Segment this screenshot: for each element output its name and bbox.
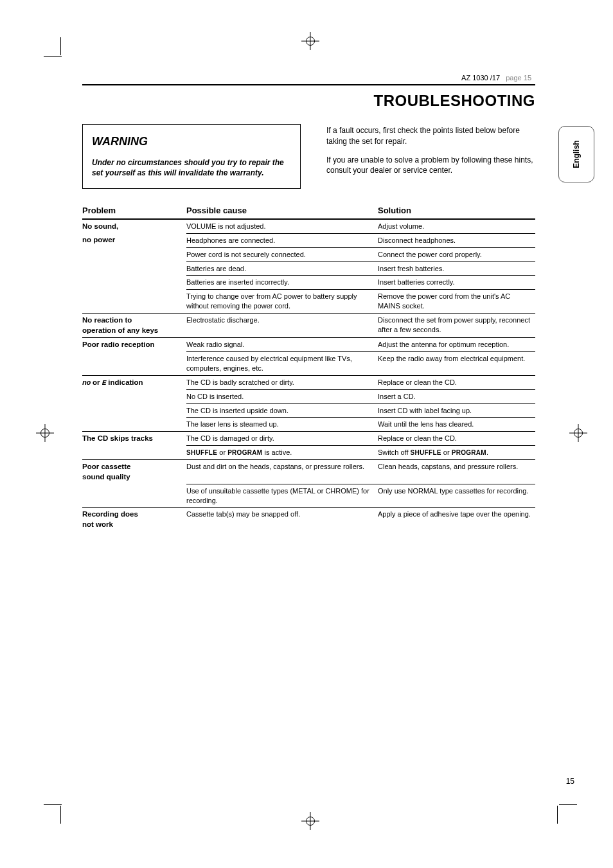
solution-text: Insert batteries correctly. <box>378 276 535 290</box>
problem-label: Poor cassette sound quality <box>82 460 186 484</box>
page-number: 15 <box>566 777 574 786</box>
th-cause: Possible cause <box>186 203 378 219</box>
solution-text: Adjust the antenna for optimum reception… <box>378 338 535 352</box>
problem-label: No sound, <box>82 219 186 234</box>
registration-mark <box>36 424 54 442</box>
problem-label: Recording does not work <box>82 508 186 532</box>
cause-text: Batteries are dead. <box>186 261 378 276</box>
cause-text: Dust and dirt on the heads, capstans, or… <box>186 460 378 484</box>
problem-label: The CD skips tracks <box>82 432 186 446</box>
problem-label: Poor radio reception <box>82 338 186 352</box>
crop-mark <box>60 37 61 55</box>
troubleshooting-table: Problem Possible cause Solution No sound… <box>82 203 535 531</box>
solution-text: Wait until the lens has cleared. <box>378 418 535 432</box>
solution-text: Replace or clean the CD. <box>378 375 535 389</box>
cause-text: SHUFFLE or PROGRAM is active. <box>186 446 378 460</box>
cause-text: Electrostatic discharge. <box>186 314 378 338</box>
solution-text: Only use NORMAL type cassettes for recor… <box>378 484 535 508</box>
th-problem: Problem <box>82 203 186 219</box>
solution-text: Disconnect the set from power supply, re… <box>378 314 535 338</box>
model-name: AZ 1030 /17 <box>461 74 500 82</box>
header-meta: page 15 <box>506 74 531 82</box>
cause-text: VOLUME is not adjusted. <box>186 219 378 234</box>
solution-text: Insert fresh batteries. <box>378 261 535 276</box>
crop-mark <box>60 806 61 824</box>
running-header: AZ 1030 /17 page 15 <box>82 74 535 82</box>
cause-text: Interference caused by electrical equipm… <box>186 352 378 376</box>
crop-mark <box>557 806 558 824</box>
cause-text: Trying to change over from AC power to b… <box>186 290 378 314</box>
cause-text: Batteries are inserted incorrectly. <box>186 276 378 290</box>
cause-text: Use of unsuitable cassette types (METAL … <box>186 484 378 508</box>
cause-text: The laser lens is steamed up. <box>186 418 378 432</box>
intro-p2: If you are unable to solve a problem by … <box>326 155 535 177</box>
solution-text: Apply a piece of adhesive tape over the … <box>378 508 535 532</box>
cause-text: Power cord is not securely connected. <box>186 247 378 261</box>
language-tab: English <box>558 126 594 182</box>
warning-intro-row: WARNING Under no circumstances should yo… <box>82 124 535 189</box>
cause-text: The CD is damaged or dirty. <box>186 432 378 446</box>
intro-column: If a fault occurs, first check the point… <box>326 124 535 189</box>
cause-text: Headphones are connected. <box>186 233 378 247</box>
registration-mark <box>301 32 319 50</box>
cause-text: Weak radio signal. <box>186 338 378 352</box>
language-tab-text: English <box>572 140 581 168</box>
page-content: AZ 1030 /17 page 15 TROUBLESHOOTING WARN… <box>82 74 535 531</box>
solution-text: Replace or clean the CD. <box>378 432 535 446</box>
warning-box: WARNING Under no circumstances should yo… <box>82 124 301 189</box>
warning-title: WARNING <box>92 135 292 148</box>
crop-mark <box>44 804 62 805</box>
problem-label: No reaction to operation of any keys <box>82 314 186 338</box>
solution-text: Clean heads, capstans, and pressure roll… <box>378 460 535 484</box>
solution-text: Keep the radio away from electrical equi… <box>378 352 535 376</box>
registration-mark <box>569 424 587 442</box>
cause-text: The CD is inserted upside down. <box>186 403 378 418</box>
warning-subtext: Under no circumstances should you try to… <box>92 157 292 178</box>
crop-mark <box>559 804 577 805</box>
cause-text: The CD is badly scratched or dirty. <box>186 375 378 389</box>
header-rule <box>82 84 535 85</box>
problem-label: no or E indication <box>82 375 186 389</box>
cause-text: Cassette tab(s) may be snapped off. <box>186 508 378 532</box>
section-title: TROUBLESHOOTING <box>82 92 535 110</box>
solution-text: Switch off SHUFFLE or PROGRAM. <box>378 446 535 460</box>
solution-text: Adjust volume. <box>378 219 535 234</box>
th-solution: Solution <box>378 203 535 219</box>
solution-text: Disconnect headphones. <box>378 233 535 247</box>
problem-label: no power <box>82 233 186 247</box>
solution-text: Connect the power cord properly. <box>378 247 535 261</box>
intro-p1: If a fault occurs, first check the point… <box>326 125 535 147</box>
solution-text: Remove the power cord from the unit's AC… <box>378 290 535 314</box>
crop-mark <box>44 56 62 57</box>
registration-mark <box>301 812 319 830</box>
solution-text: Insert a CD. <box>378 389 535 403</box>
cause-text: No CD is inserted. <box>186 389 378 403</box>
solution-text: Insert CD with label facing up. <box>378 403 535 418</box>
